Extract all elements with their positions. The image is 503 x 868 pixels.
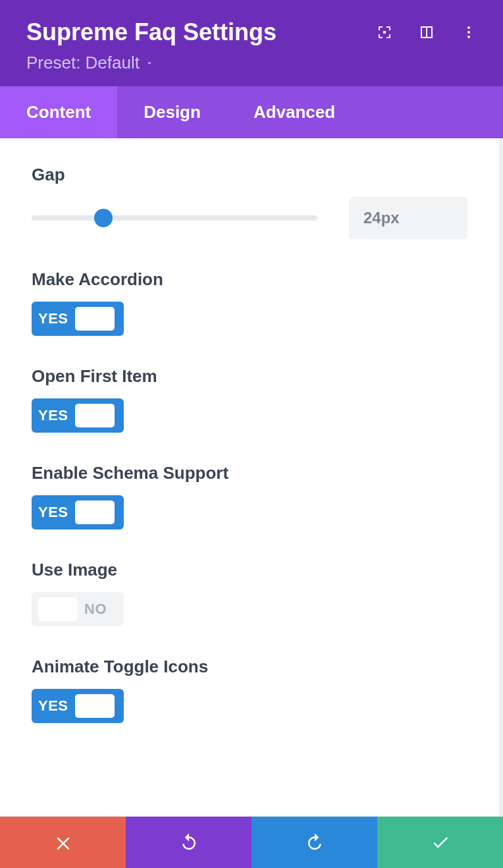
check-icon <box>431 832 450 852</box>
field-make-accordion: Make Accordion YES <box>32 269 467 336</box>
page-title: Supreme Faq Settings <box>26 18 277 46</box>
toggle-text: YES <box>38 310 68 327</box>
open-first-item-label: Open First Item <box>32 366 467 387</box>
svg-rect-0 <box>383 31 386 34</box>
cancel-button[interactable] <box>0 817 126 868</box>
gap-value-input[interactable]: 24px <box>349 197 467 239</box>
slider-thumb[interactable] <box>94 209 113 227</box>
toggle-text: YES <box>38 697 68 715</box>
toggle-knob <box>75 694 115 718</box>
settings-content: Gap 24px Make Accordion YES Open First I… <box>0 138 503 816</box>
toggle-knob <box>75 501 115 524</box>
open-first-item-toggle[interactable]: YES <box>32 398 124 433</box>
tab-advanced[interactable]: Advanced <box>227 86 361 138</box>
header-icon-group <box>377 24 477 40</box>
enable-schema-support-label: Enable Schema Support <box>32 463 467 483</box>
slider-track <box>32 215 317 221</box>
save-button[interactable] <box>377 817 503 868</box>
close-icon <box>53 832 73 852</box>
use-image-label: Use Image <box>32 560 467 580</box>
field-animate-toggle-icons: Animate Toggle Icons YES <box>32 657 467 723</box>
field-use-image: Use Image NO <box>32 560 467 626</box>
preset-dropdown[interactable]: Preset: Default <box>26 53 477 73</box>
preset-label: Preset: Default <box>26 53 140 73</box>
toggle-text: NO <box>84 601 107 618</box>
toggle-knob <box>75 307 115 331</box>
animate-toggle-icons-toggle[interactable]: YES <box>32 689 124 723</box>
use-image-toggle[interactable]: NO <box>32 592 124 626</box>
undo-icon <box>179 832 199 852</box>
settings-header: Supreme Faq Settings Preset: Default <box>0 0 503 86</box>
field-open-first-item: Open First Item YES <box>32 366 467 433</box>
tab-content[interactable]: Content <box>0 86 117 138</box>
header-top-row: Supreme Faq Settings <box>26 18 477 46</box>
make-accordion-label: Make Accordion <box>32 269 467 290</box>
more-icon[interactable] <box>461 24 477 40</box>
gap-control-row: 24px <box>32 197 467 239</box>
gap-label: Gap <box>32 165 467 185</box>
svg-point-2 <box>467 31 470 34</box>
toggle-knob <box>38 597 78 621</box>
field-enable-schema-support: Enable Schema Support YES <box>32 463 467 529</box>
toggle-text: YES <box>38 407 68 424</box>
tab-design[interactable]: Design <box>117 86 227 138</box>
svg-point-1 <box>467 26 470 29</box>
chevron-down-icon <box>145 59 154 68</box>
gap-slider[interactable] <box>32 211 317 225</box>
redo-icon <box>305 832 325 852</box>
columns-icon[interactable] <box>419 24 435 40</box>
toggle-knob <box>75 404 115 427</box>
make-accordion-toggle[interactable]: YES <box>32 302 124 336</box>
toggle-text: YES <box>38 504 68 521</box>
field-gap: Gap 24px <box>32 165 467 239</box>
enable-schema-support-toggle[interactable]: YES <box>32 495 124 529</box>
redo-button[interactable] <box>252 817 377 868</box>
tabs: Content Design Advanced <box>0 86 503 138</box>
footer-actions <box>0 817 503 868</box>
animate-toggle-icons-label: Animate Toggle Icons <box>32 657 467 677</box>
undo-button[interactable] <box>126 817 252 868</box>
svg-point-3 <box>467 36 470 38</box>
expand-icon[interactable] <box>377 24 392 40</box>
